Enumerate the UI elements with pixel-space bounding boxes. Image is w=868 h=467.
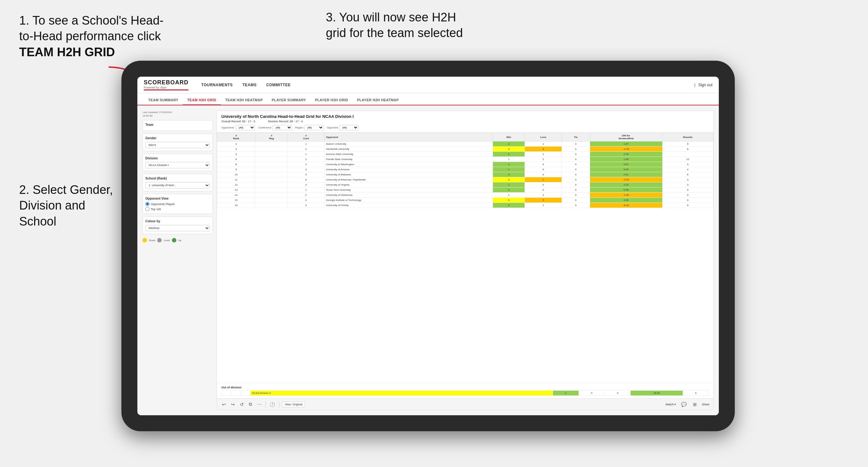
copy-button[interactable]: ⧉: [248, 401, 253, 408]
td-conf: 3: [288, 203, 324, 208]
annotation-2: 2. Select Gender,Division andSchool: [19, 182, 113, 229]
filter-conference-label: Conference: [258, 126, 271, 129]
main-content: Last Updated: 27/03/2024 16:55:38 Team G…: [137, 105, 719, 415]
last-updated: Last Updated: 27/03/2024 16:55:38: [143, 111, 213, 118]
td-loss: 4: [525, 147, 562, 152]
radio-top100[interactable]: Top 100: [145, 207, 210, 211]
nav-sign-out[interactable]: Sign out: [699, 83, 712, 87]
td-rounds: 8: [662, 147, 713, 152]
td-reg: [255, 157, 288, 162]
radio-opponents-input[interactable]: [145, 202, 150, 206]
toolbar-right: Watch ▾ 💬 ⊞ Share: [665, 401, 710, 408]
more-button[interactable]: ⋯: [256, 401, 263, 408]
td-rank: 6: [217, 157, 255, 162]
td-tie: 0: [562, 198, 590, 203]
td-diff: 5.56: [590, 187, 662, 193]
td-diff: 4.50: [590, 198, 662, 203]
td-loss: 0: [525, 187, 562, 193]
redo-button[interactable]: ↪: [230, 401, 236, 408]
td-rank: 2: [217, 142, 255, 147]
clock-button[interactable]: 🕐: [268, 401, 276, 408]
share-button[interactable]: Share: [702, 403, 710, 406]
radio-opponents[interactable]: Opponents Played: [145, 202, 210, 206]
nav-right: | Sign out: [694, 83, 712, 87]
td-win: 0: [493, 147, 525, 152]
record-row: Overall Record: 89 - 17 - 0 Division Rec…: [221, 120, 709, 123]
filter-region-label: Region: [295, 126, 303, 129]
toolbar-divider-2: [279, 401, 279, 408]
td-opponent: University of Arizona: [324, 167, 493, 172]
data-title: University of North Carolina Head-to-Hea…: [221, 114, 709, 119]
filter-conference-select[interactable]: (All): [273, 125, 292, 130]
td-diff: 1.83: [590, 157, 662, 162]
td-rank: 13: [217, 187, 255, 193]
od-diff: 26.00: [631, 391, 683, 396]
td-diff: 9.00: [590, 167, 662, 172]
od-tie: 0: [605, 391, 631, 396]
tab-player-h2h-grid[interactable]: PLAYER H2H GRID: [311, 95, 353, 105]
td-opponent: University of Oklahoma: [324, 193, 493, 198]
filter-opponents-select[interactable]: (All): [236, 125, 255, 130]
td-win: 1: [493, 193, 525, 198]
th-reg: #Reg: [255, 133, 288, 142]
division-select[interactable]: NCAA Division I NCAA Division II NCAA Di…: [145, 162, 210, 168]
td-tie: 0: [562, 182, 590, 187]
watch-button[interactable]: Watch ▾: [665, 403, 676, 406]
filter-opponents-label: Opponents:: [221, 126, 235, 129]
tab-team-summary[interactable]: TEAM SUMMARY: [144, 95, 183, 105]
legend-label-up: Up: [178, 239, 182, 242]
tab-player-h2h-heatmap[interactable]: PLAYER H2H HEATMAP: [353, 95, 403, 105]
nav-tournaments[interactable]: TOURNAMENTS: [201, 83, 233, 87]
filter-opponent-select[interactable]: (All): [339, 125, 359, 130]
gender-section: Gender Men's Women's: [143, 133, 213, 151]
td-rank: 4: [217, 152, 255, 157]
tab-team-h2h-grid[interactable]: TEAM H2H GRID: [183, 95, 221, 105]
td-tie: 0: [562, 172, 590, 177]
refresh-button[interactable]: ↺: [239, 401, 245, 408]
last-updated-time: 16:55:38: [143, 114, 152, 117]
tab-team-h2h-heatmap[interactable]: TEAM H2H HEATMAP: [221, 95, 268, 105]
grid-button[interactable]: ⊞: [692, 401, 698, 408]
td-opponent: University of Virginia: [324, 182, 493, 187]
ann1-line1: 1. To see a School's Head-: [19, 14, 163, 27]
legend-label-down: Down: [149, 239, 155, 242]
td-rounds: 2: [662, 167, 713, 172]
td-loss: 0: [525, 172, 562, 177]
data-header: University of North Carolina Head-to-Hea…: [217, 111, 713, 132]
nav-teams[interactable]: TEAMS: [243, 83, 257, 87]
undo-button[interactable]: ↩: [221, 401, 227, 408]
legend-label-level: Level: [163, 239, 169, 242]
td-rounds: [662, 152, 713, 157]
logo-text: SCOREBOARD: [144, 79, 188, 86]
td-reg: [255, 172, 288, 177]
annotation-3: 3. You will now see H2H grid for the tea…: [326, 9, 463, 41]
td-tie: 0: [562, 193, 590, 198]
td-opponent: University of Arkansas, Fayetteville: [324, 177, 493, 182]
radio-group: Opponents Played Top 100: [145, 202, 210, 211]
gender-select[interactable]: Men's Women's: [145, 142, 210, 148]
td-reg: [255, 147, 288, 152]
nav-committee[interactable]: COMMITTEE: [266, 83, 291, 87]
td-conf: 1: [288, 187, 324, 193]
comment-button[interactable]: 💬: [680, 401, 688, 408]
colour-by-select[interactable]: Win/loss: [145, 225, 210, 231]
bottom-toolbar: ↩ ↪ ↺ ⧉ ⋯ 🕐 View: Original Watch ▾ 💬 ⊞ S…: [217, 398, 713, 410]
school-select[interactable]: 1. University of Nort...: [145, 182, 210, 188]
out-division: Out of division NCAA Division II 1 0 0: [217, 383, 713, 398]
td-loss: 1: [525, 177, 562, 182]
td-opponent: University of Washington: [324, 162, 493, 167]
data-panel: University of North Carolina Head-to-Hea…: [217, 111, 714, 410]
td-conf: 4: [288, 198, 324, 203]
filter-region-select[interactable]: (All): [305, 125, 323, 130]
radio-top100-input[interactable]: [145, 207, 150, 211]
td-loss: 1: [525, 152, 562, 157]
division-section: Division NCAA Division I NCAA Division I…: [143, 154, 213, 171]
td-diff: -4.33: [590, 177, 662, 182]
td-loss: 0: [525, 162, 562, 167]
tab-player-summary[interactable]: PLAYER SUMMARY: [268, 95, 311, 105]
ann1-line2: to-Head performance click: [19, 29, 161, 43]
td-opponent: Vanderbilt University: [324, 147, 493, 152]
td-win: 1: [493, 162, 525, 167]
td-diff: 2.29: [590, 152, 662, 157]
td-tie: 0: [562, 152, 590, 157]
